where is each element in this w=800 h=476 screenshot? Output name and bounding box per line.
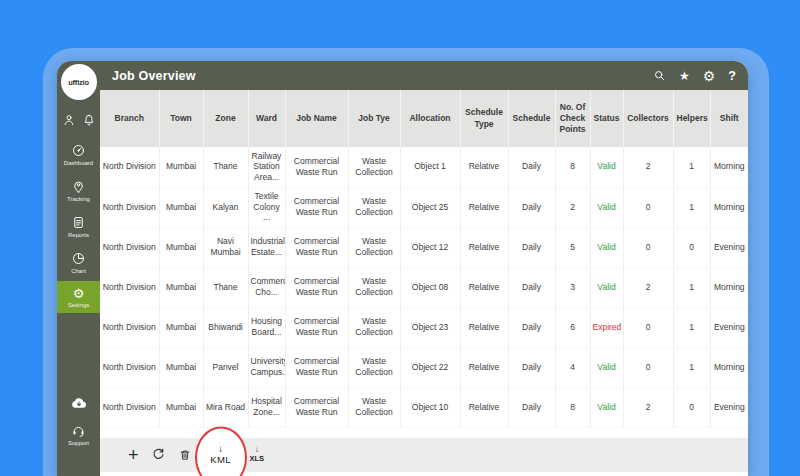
table-cell: 1 <box>673 187 710 227</box>
table-cell: Valid <box>590 387 623 427</box>
table-cell: Expired <box>590 307 623 347</box>
table-row: North DivisionMumbaiBhiwandiHousing Boar… <box>100 307 748 347</box>
table-cell: Morning <box>710 187 748 227</box>
column-header: Helpers <box>673 90 710 147</box>
table-cell: Valid <box>590 267 623 307</box>
table-cell: Valid <box>590 147 623 187</box>
table-cell: Housing Board... <box>248 307 285 347</box>
table-row: North DivisionMumbaiThaneRailway Station… <box>100 147 748 187</box>
dashboard-icon <box>71 143 86 158</box>
add-button[interactable]: + <box>128 446 139 464</box>
table-cell: 0 <box>623 307 673 347</box>
brand-logo[interactable]: uffizio <box>61 64 97 100</box>
table-cell: 8 <box>555 147 590 187</box>
table-cell: Object 1 <box>400 147 460 187</box>
cloud-download-button[interactable] <box>70 389 88 416</box>
table-cell: Daily <box>508 267 555 307</box>
column-header: Job Name <box>285 90 348 147</box>
table-cell: Industrial Estate... <box>248 227 285 267</box>
table-cell: Daily <box>508 307 555 347</box>
table-cell: Waste Collection <box>348 227 400 267</box>
table-cell: Waste Collection <box>348 387 400 427</box>
table-cell: Evening <box>710 307 748 347</box>
table-cell: Evening <box>710 387 748 427</box>
table-cell: North Division <box>100 307 159 347</box>
table-cell: 6 <box>555 307 590 347</box>
table-cell: 1 <box>673 307 710 347</box>
table-cell: 0 <box>623 347 673 387</box>
table-cell: Relative <box>460 147 508 187</box>
table-cell: Hospital Zone... <box>248 387 285 427</box>
table-cell: 0 <box>673 387 710 427</box>
table-cell: Commercial Waste Run <box>285 227 348 267</box>
sidebar-item-tracking[interactable]: Tracking <box>57 173 100 207</box>
table-cell: 1 <box>673 147 710 187</box>
sidebar-item-dashboard[interactable]: Dashboard <box>57 137 100 171</box>
table-cell: Bhiwandi <box>203 307 248 347</box>
column-header: No. Of Check Points <box>555 90 590 147</box>
table-cell: Daily <box>508 187 555 227</box>
table-cell: Mira Road <box>203 387 248 427</box>
table-cell: Mumbai <box>159 387 203 427</box>
sidebar-item-label: Reports <box>68 232 89 238</box>
table-cell: Panvel <box>203 347 248 387</box>
table-cell: Evening <box>710 227 748 267</box>
table-cell: Commercial Waste Run <box>285 187 348 227</box>
table-cell: 2 <box>555 187 590 227</box>
sidebar-item-label: Settings <box>68 302 90 308</box>
table-cell: 4 <box>555 347 590 387</box>
table-row: North DivisionMumbaiMira RoadHospital Zo… <box>100 387 748 427</box>
table-cell: 8 <box>555 387 590 427</box>
brand-logo-text: uffizio <box>68 78 89 87</box>
page-title: Job Overview <box>112 69 196 83</box>
table-cell: Relative <box>460 347 508 387</box>
table-cell: Relative <box>460 267 508 307</box>
table-cell: Kalyan <box>203 187 248 227</box>
sidebar-item-support[interactable]: Support <box>57 417 100 451</box>
table-cell: 2 <box>623 267 673 307</box>
sidebar-item-settings[interactable]: ⚙ Settings <box>57 281 100 313</box>
table-cell: Relative <box>460 187 508 227</box>
table-cell: 1 <box>673 267 710 307</box>
column-header: Ward <box>248 90 285 147</box>
sidebar-item-reports[interactable]: Reports <box>57 209 100 243</box>
table-cell: Daily <box>508 387 555 427</box>
table-cell: Daily <box>508 227 555 267</box>
star-icon[interactable]: ★ <box>679 70 690 82</box>
refresh-button[interactable] <box>151 447 166 462</box>
user-icon[interactable] <box>62 113 76 127</box>
table-cell: North Division <box>100 347 159 387</box>
column-header: Branch <box>100 90 159 147</box>
sidebar-item-label: Chart <box>71 268 86 274</box>
gear-icon[interactable]: ⚙ <box>703 69 716 83</box>
kml-export-button[interactable]: ↓ KML <box>204 444 238 465</box>
column-header: Job Tye <box>348 90 400 147</box>
table-row: North DivisionMumbaiPanvelUniversity Cam… <box>100 347 748 387</box>
help-icon[interactable]: ? <box>728 69 736 83</box>
table-cell: 5 <box>555 227 590 267</box>
table-cell: Thane <box>203 147 248 187</box>
bottom-toolbar: + ↓ KML ↓ XLS <box>100 438 748 472</box>
column-header: Collectors <box>623 90 673 147</box>
table-cell: Waste Collection <box>348 347 400 387</box>
column-header: Shift <box>710 90 748 147</box>
table-cell: Commercial Cho... <box>248 267 285 307</box>
table-cell: Valid <box>590 227 623 267</box>
sidebar-item-chart[interactable]: Chart <box>57 245 100 279</box>
search-icon[interactable] <box>653 69 666 82</box>
table-cell: Mumbai <box>159 187 203 227</box>
delete-button[interactable] <box>178 448 192 462</box>
column-header: Town <box>159 90 203 147</box>
bell-icon[interactable] <box>82 113 96 127</box>
table-cell: Morning <box>710 147 748 187</box>
table-cell: Commercial Waste Run <box>285 387 348 427</box>
column-header: Zone <box>203 90 248 147</box>
tracking-icon <box>71 179 86 194</box>
titlebar: Job Overview ★ ⚙ ? <box>100 61 748 90</box>
table-cell: Relative <box>460 227 508 267</box>
reports-icon <box>71 215 86 230</box>
table-cell: Mumbai <box>159 227 203 267</box>
xls-export-button[interactable]: ↓ XLS <box>250 446 265 463</box>
table-row: North DivisionMumbaiThaneCommercial Cho.… <box>100 267 748 307</box>
table-cell: Object 25 <box>400 187 460 227</box>
